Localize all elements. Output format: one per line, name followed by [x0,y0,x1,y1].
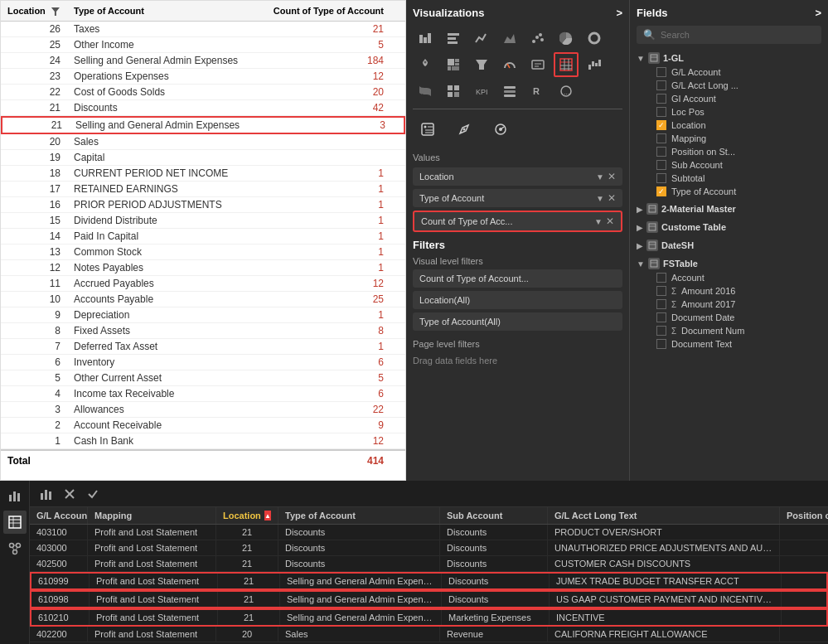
viz-icon-kpi[interactable]: KPI [469,79,494,104]
table-row[interactable]: 20 Sales [1,134,405,150]
viz-icon-map[interactable] [413,52,438,77]
chip-remove-icon[interactable]: ✕ [608,171,616,182]
filter-button[interactable]: Location(All) [413,291,622,309]
table-row[interactable]: 12 Notes Payables 1 [1,260,405,276]
field-checkbox[interactable] [656,133,666,143]
table-row[interactable]: 24 Selling and General Admin Expenses 18… [1,53,405,69]
viz-icon-donut[interactable] [582,26,607,51]
field-checkbox[interactable] [656,299,666,309]
filter-button[interactable]: Count of Type of Account... [413,269,622,288]
table-row[interactable]: 9 Depreciation 1 [1,307,405,323]
table-row[interactable]: 26 Taxes 21 [1,22,405,37]
table-row[interactable]: 21 Selling and General Admin Expenses 3 [1,116,405,134]
field-checkbox[interactable] [656,173,666,183]
field-item[interactable]: Sub Account [637,158,821,172]
field-checkbox[interactable] [656,147,666,157]
table-row[interactable]: 5 Other Current Asset 5 [1,370,405,386]
value-chip-type[interactable]: Type of Account ▼ ✕ [413,189,622,207]
filter-button[interactable]: Type of Account(All) [413,312,622,331]
table-row[interactable]: 18 CURRENT PERIOD NET INCOME 1 [1,166,405,182]
chip-remove-icon[interactable]: ✕ [608,192,616,204]
chip-dropdown-icon[interactable]: ▼ [596,172,604,182]
viz-icon-custom[interactable]: ... [554,79,579,104]
field-item[interactable]: Subtotal [637,172,821,185]
table-row[interactable]: 10 Accounts Payable 25 [1,292,405,307]
field-item[interactable]: Location [637,119,821,132]
field-item[interactable]: Type of Account [637,185,821,198]
field-group-header-custome[interactable]: ▶Custome Table [637,220,821,235]
viz-analytics-icon[interactable] [486,114,516,144]
field-item[interactable]: G/L Acct Long ... [637,79,821,92]
table-row[interactable]: 23 Operations Expenses 12 [1,69,405,85]
viz-icon-line[interactable] [469,26,494,51]
field-checkbox[interactable] [656,67,666,77]
viz-icon-waterfall[interactable] [582,52,607,77]
table-row[interactable]: 17 RETAINED EARNINGS 1 [1,182,405,197]
viz-icon-bar[interactable] [441,26,466,51]
field-group-header-1gl[interactable]: ▼1-GL [637,51,821,65]
chip-dropdown-icon[interactable]: ▼ [594,217,603,226]
viz-icon-table[interactable] [554,52,579,77]
field-checkbox[interactable] [656,326,666,336]
chip-remove-icon[interactable]: ✕ [606,215,614,227]
table-row[interactable]: 14 Paid In Capital 1 [1,229,405,245]
bt-row[interactable]: 402200 Profit and Lost Statement 20 Sale… [30,627,828,642]
field-item[interactable]: Σ Amount 2016 [637,284,821,298]
field-item[interactable]: Loc Pos [637,105,821,119]
search-input[interactable] [661,30,815,40]
table-row[interactable]: 16 PRIOR PERIOD ADJUSTMENTS 1 [1,197,405,213]
viz-format-icon[interactable] [413,114,443,144]
viz-icon-stacked-bar[interactable] [413,26,438,51]
field-checkbox[interactable] [656,94,666,104]
table-row[interactable]: 1 Cash In Bank 12 [1,433,405,449]
viz-icon-funnel[interactable] [469,52,494,77]
bt-row[interactable]: 610210 Profit and Lost Statement 21 Sell… [30,608,828,627]
field-item[interactable]: Account [637,271,821,284]
field-checkbox[interactable] [656,286,666,296]
table-row[interactable]: 11 Accrued Payables 12 [1,276,405,292]
field-group-header-fstable[interactable]: ▼FSTable [637,256,821,271]
field-checkbox[interactable] [656,186,666,196]
field-item[interactable]: GI Account [637,92,821,105]
chip-dropdown-icon[interactable]: ▼ [596,194,604,203]
field-checkbox[interactable] [656,107,666,117]
viz-icon-card[interactable] [525,52,550,77]
field-checkbox[interactable] [656,339,666,349]
fields-title-arrow[interactable]: > [815,7,821,19]
viz-icon-pie[interactable] [554,26,579,51]
table-row[interactable]: 15 Dividend Distribute 1 [1,213,405,229]
toolbar-chart-icon[interactable] [36,484,56,504]
field-item[interactable]: Document Date [637,311,821,324]
field-checkbox[interactable] [656,312,666,322]
viz-icon-slicer[interactable] [497,79,522,104]
viz-paint-icon[interactable] [449,114,479,144]
field-group-header-datesh[interactable]: ▶DateSH [637,238,821,253]
viz-panel-arrow[interactable]: > [616,7,622,19]
table-row[interactable]: 21 Discounts 42 [1,100,405,116]
table-row[interactable]: 6 Inventory 6 [1,355,405,370]
bt-row[interactable]: 403100 Profit and Lost Statement 21 Disc… [30,525,828,540]
viz-icon-matrix[interactable] [441,79,466,104]
bt-row[interactable]: 403000 Profit and Lost Statement 21 Disc… [30,540,828,556]
table-row[interactable]: 2 Account Receivable 9 [1,418,405,433]
field-item[interactable]: Mapping [637,132,821,145]
sidebar-table-icon[interactable] [3,511,27,534]
table-row[interactable]: 8 Fixed Assets 8 [1,323,405,339]
toolbar-check-icon[interactable] [83,484,103,504]
bt-row[interactable]: 402500 Profit and Lost Statement 21 Disc… [30,556,828,572]
table-row[interactable]: 7 Deferred Tax Asset 1 [1,339,405,355]
table-row[interactable]: 22 Cost of Goods Solds 20 [1,85,405,100]
value-chip-count[interactable]: Count of Type of Acc... ▼ ✕ [413,211,622,232]
field-checkbox[interactable] [656,160,666,170]
table-row[interactable]: 4 Income tax Receivable 6 [1,386,405,402]
viz-icon-gauge[interactable] [497,52,522,77]
bt-row[interactable]: 610998 Profit and Lost Statement 21 Sell… [30,590,828,608]
field-item[interactable]: Σ Amount 2017 [637,298,821,311]
table-row[interactable]: 19 Capital [1,150,405,166]
field-item[interactable]: Position on St... [637,145,821,158]
viz-icon-ribbon[interactable] [413,79,438,104]
table-row[interactable]: 25 Other Income 5 [1,37,405,53]
viz-icon-scatter[interactable] [525,26,550,51]
field-checkbox[interactable] [656,120,666,130]
table-row[interactable]: 3 Allowances 22 [1,402,405,418]
